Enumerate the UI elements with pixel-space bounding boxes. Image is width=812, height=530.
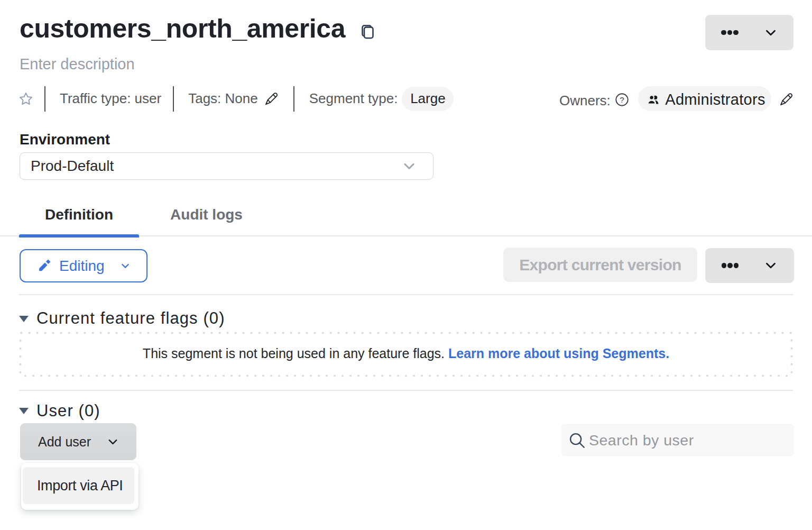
svg-text:?: ? bbox=[620, 95, 624, 104]
